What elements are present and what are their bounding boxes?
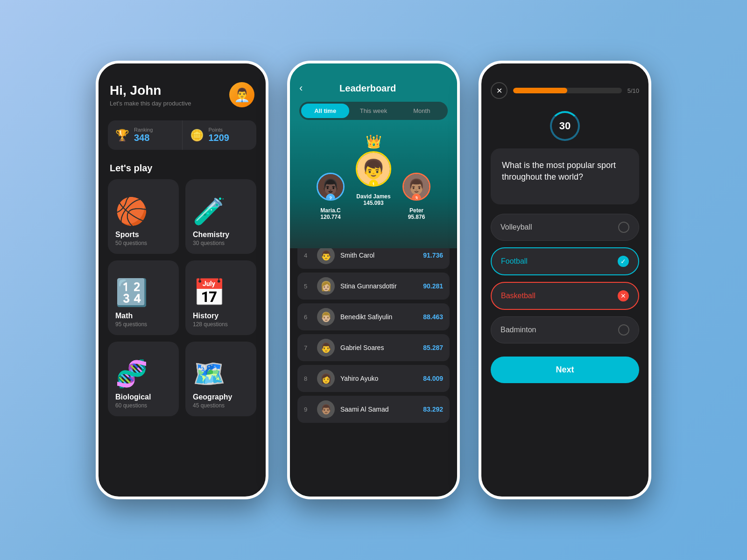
chemistry-questions: 30 questions (193, 240, 249, 246)
rank2-score: 120.774 (320, 214, 340, 220)
phone-quiz: ✕ 5/10 30 What is the most popular sport… (479, 61, 651, 499)
coin-icon: 🪙 (190, 129, 204, 142)
avatar[interactable]: 👨‍💼 (229, 82, 254, 107)
calculator-icon: 🔢 (115, 277, 171, 308)
option-indicator (618, 222, 629, 233)
podium-rank3: 👨🏽 3 Peter 95.876 (402, 173, 430, 220)
ranking-label: Ranking (134, 127, 153, 133)
ranking-value: 348 (134, 133, 153, 143)
math-questions: 95 questions (115, 321, 171, 328)
leaderboard-header: ‹ Leaderboard All time This week Month (290, 63, 457, 120)
option-basketball[interactable]: Basketball ✕ (491, 282, 639, 310)
progress-fill (513, 88, 567, 93)
option-volleyball[interactable]: Volleyball (491, 214, 639, 241)
greeting-subtitle: Let's make this day productive (110, 100, 191, 107)
biology-questions: 60 questions (115, 402, 171, 409)
sports-title: Sports (115, 231, 171, 239)
podium-rank1: 👑 👦 1 David James 145.093 (356, 134, 391, 206)
list-score: 90.281 (423, 282, 443, 290)
timer-value: 30 (559, 120, 571, 132)
list-score: 85.287 (423, 344, 443, 351)
option-badminton[interactable]: Badminton (491, 316, 639, 343)
progress-label: 5/10 (627, 87, 639, 94)
tab-bar: All time This week Month (299, 102, 448, 120)
options-container: Volleyball Football ✓ Basketball ✕ Badmi… (481, 204, 648, 353)
list-score: 84.009 (423, 375, 443, 382)
home-header: Hi, John Let's make this day productive … (99, 63, 266, 115)
wrong-icon: ✕ (618, 290, 629, 301)
avatar-rank2: 👨🏿 2 (317, 173, 345, 201)
geography-questions: 45 questions (193, 402, 249, 409)
phone-leaderboard: ‹ Leaderboard All time This week Month 👨… (287, 61, 460, 499)
list-item: 5 👩🏼 Stina Gunnarsdottir 90.281 (297, 273, 450, 300)
phone-home: Hi, John Let's make this day productive … (96, 61, 268, 499)
list-item: 7 👨 Gabriel Soares 85.287 (297, 334, 450, 361)
points-stat: 🪙 Points 1209 (182, 120, 257, 150)
rank1-badge: 1 (369, 180, 378, 187)
points-value: 1209 (209, 133, 230, 143)
list-item: 8 👩 Yahiro Ayuko 84.009 (297, 365, 450, 392)
leaderboard-list: 4 👨 Smith Carol 91.736 5 👩🏼 Stina Gunnar… (290, 234, 457, 497)
back-button[interactable]: ‹ (299, 82, 303, 94)
podium-rank2: 👨🏿 2 Maria.C 120.774 (317, 173, 345, 220)
list-item: 9 👨🏽 Saami Al Samad 83.292 (297, 396, 450, 423)
crown-icon: 👑 (366, 134, 382, 149)
rank1-name: David James (356, 193, 390, 200)
question-card: What is the most popular sport throughou… (491, 148, 639, 204)
rank-number: 6 (304, 314, 311, 321)
trophy-icon: 🏆 (115, 129, 129, 142)
tab-alltime[interactable]: All time (301, 104, 349, 118)
option-text: Basketball (501, 292, 536, 300)
countdown-timer: 30 (550, 111, 580, 141)
category-sports[interactable]: 🏀 Sports 50 questions (108, 179, 179, 254)
list-avatar: 👨🏽 (317, 400, 335, 418)
calendar-icon: 📅 (193, 277, 249, 308)
category-biology[interactable]: 🧬 Biological 60 questions (108, 342, 179, 416)
list-avatar: 👨 (317, 339, 335, 357)
section-title: Let's play (99, 155, 266, 179)
map-icon: 🗺️ (193, 358, 249, 389)
list-item: 6 👨🏼 Benedikt Safiyulin 88.463 (297, 303, 450, 330)
stats-card: 🏆 Ranking 348 🪙 Points 1209 (108, 120, 256, 150)
rank3-name: Peter (409, 207, 423, 214)
list-name: Stina Gunnarsdottir (340, 282, 417, 290)
rank-number: 9 (304, 406, 311, 413)
list-score: 88.463 (423, 313, 443, 321)
quiz-header: ✕ 5/10 (481, 63, 648, 106)
list-score: 83.292 (423, 406, 443, 413)
rank2-name: Maria.C (320, 207, 340, 214)
list-avatar: 👩 (317, 370, 335, 387)
rank-number: 7 (304, 344, 311, 351)
history-questions: 128 questions (193, 321, 249, 328)
list-score: 91.736 (423, 252, 443, 259)
list-name: Saami Al Samad (340, 406, 417, 413)
avatar-rank3: 👨🏽 3 (402, 173, 430, 201)
rank1-score: 145.093 (363, 200, 383, 206)
nav-bar: ‹ Leaderboard (299, 82, 448, 94)
greeting-section: Hi, John Let's make this day productive (110, 83, 191, 107)
next-button[interactable]: Next (491, 357, 639, 383)
tab-month[interactable]: Month (398, 104, 446, 118)
category-history[interactable]: 📅 History 128 questions (185, 260, 256, 335)
close-button[interactable]: ✕ (491, 82, 507, 99)
tab-thisweek[interactable]: This week (349, 104, 397, 118)
ranking-stat: 🏆 Ranking 348 (108, 120, 182, 150)
category-geography[interactable]: 🗺️ Geography 45 questions (185, 342, 256, 416)
category-grid: 🏀 Sports 50 questions 🧪 Chemistry 30 que… (99, 179, 266, 416)
points-label: Points (209, 127, 230, 133)
correct-icon: ✓ (618, 256, 629, 267)
list-name: Smith Carol (340, 252, 417, 259)
question-text: What is the most popular sport throughou… (502, 160, 628, 183)
timer-container: 30 (481, 111, 648, 141)
greeting-title: Hi, John (110, 83, 191, 98)
option-football[interactable]: Football ✓ (491, 247, 639, 275)
biology-title: Biological (115, 393, 171, 401)
progress-bar (513, 88, 622, 93)
chemistry-title: Chemistry (193, 231, 249, 239)
category-chemistry[interactable]: 🧪 Chemistry 30 questions (185, 179, 256, 254)
category-math[interactable]: 🔢 Math 95 questions (108, 260, 179, 335)
math-title: Math (115, 312, 171, 320)
rank-number: 5 (304, 283, 311, 290)
list-name: Benedikt Safiyulin (340, 313, 417, 321)
dna-icon: 🧬 (115, 358, 171, 389)
